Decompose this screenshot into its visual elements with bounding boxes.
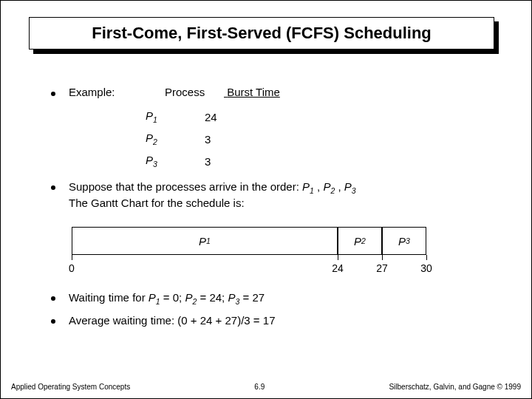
bullet-icon [51, 92, 55, 96]
page-title: First-Come, First-Served (FCFS) Scheduli… [29, 17, 494, 50]
tick [72, 255, 72, 260]
tick [338, 255, 338, 260]
table-row: P3 3 [146, 150, 494, 172]
proc-burst: 24 [205, 111, 217, 123]
process-table: P1 24 P2 3 P3 3 [146, 106, 494, 172]
footer: Applied Operating System Concepts 6.9 Si… [11, 383, 521, 391]
proc-name: P3 [146, 154, 205, 168]
example-line: Example: Process Burst Time [69, 86, 280, 98]
table-headers: Process Burst Time [165, 86, 280, 98]
gantt-label: 30 [420, 262, 432, 274]
footer-left: Applied Operating System Concepts [11, 383, 130, 391]
proc-name: P1 [146, 109, 205, 124]
gantt-ticks [72, 255, 426, 259]
bullet-icon [51, 319, 55, 324]
tick [382, 255, 383, 260]
header-burst: Burst Time [227, 86, 280, 98]
bullet-waiting: Waiting time for P1 = 0; P2 = 24; P3 = 2… [51, 290, 494, 307]
bullet-icon [51, 185, 55, 190]
gantt-segment-p2: P2 [338, 227, 382, 255]
bullet-example: Example: Process Burst Time [51, 86, 494, 98]
proc-name: P2 [146, 132, 205, 146]
example-label: Example: [69, 86, 165, 98]
footer-center: 6.9 [254, 383, 265, 391]
average-text: Average waiting time: (0 + 24 + 27)/3 = … [69, 313, 275, 328]
gantt-segment-p3: P3 [382, 227, 426, 255]
bullet-suppose: Suppose that the processes arrive in the… [51, 180, 494, 211]
gantt-segment-p1: P1 [72, 227, 338, 255]
proc-burst: 3 [205, 155, 211, 168]
footer-right: Silberschatz, Galvin, and Gagne © 1999 [389, 383, 521, 391]
table-row: P2 3 [146, 128, 494, 150]
suppose-text: Suppose that the processes arrive in the… [69, 180, 356, 211]
proc-burst: 3 [205, 133, 211, 146]
gantt-label: 24 [332, 262, 344, 274]
content-area: Example: Process Burst Time P1 24 P2 3 P… [51, 86, 494, 332]
table-row: P1 24 [146, 106, 494, 128]
title-container: First-Come, First-Served (FCFS) Scheduli… [29, 17, 494, 50]
waiting-text: Waiting time for P1 = 0; P2 = 24; P3 = 2… [69, 290, 265, 307]
gantt-chart: P1 P2 P3 0 24 27 30 [72, 227, 426, 277]
bullet-average: Average waiting time: (0 + 24 + 27)/3 = … [51, 313, 494, 328]
gantt-label: 27 [376, 262, 388, 274]
gantt-label: 0 [69, 262, 75, 274]
header-process: Process [165, 86, 224, 98]
bullet-icon [51, 296, 55, 301]
tick [426, 255, 427, 260]
